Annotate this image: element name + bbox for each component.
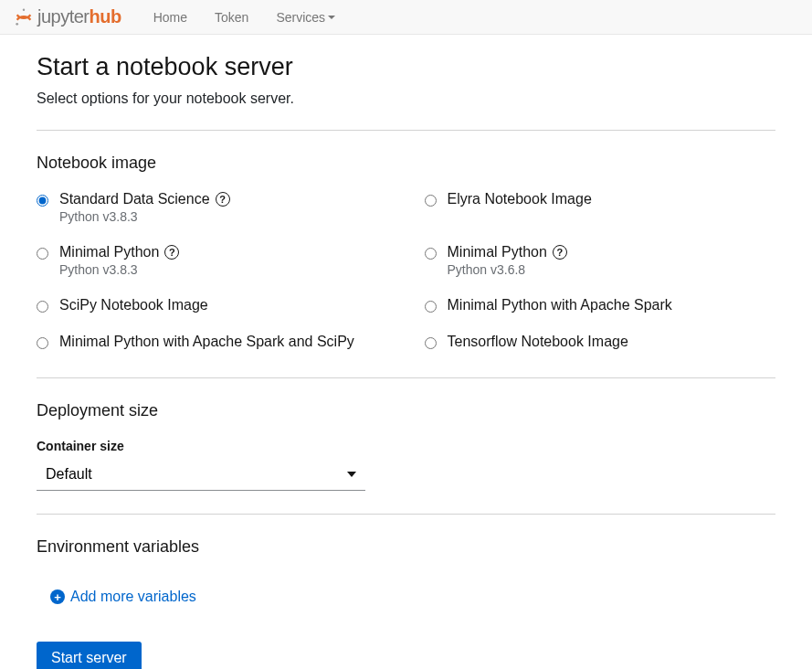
nav-home[interactable]: Home bbox=[140, 10, 201, 25]
start-server-button[interactable]: Start server bbox=[37, 642, 142, 669]
nav-token[interactable]: Token bbox=[201, 10, 262, 25]
brand-hub: hub bbox=[90, 6, 121, 27]
image-option-radio[interactable] bbox=[37, 195, 48, 207]
image-options-grid: Standard Data Science?Python v3.8.3Elyra… bbox=[37, 191, 775, 350]
caret-down-icon bbox=[328, 16, 335, 19]
page-title: Start a notebook server bbox=[37, 53, 775, 81]
image-option-radio[interactable] bbox=[425, 301, 437, 313]
image-option: SciPy Notebook Image bbox=[37, 297, 388, 313]
caret-down-icon bbox=[347, 472, 356, 477]
page-subtitle: Select options for your notebook server. bbox=[37, 90, 775, 107]
divider bbox=[37, 377, 775, 378]
image-option: Minimal Python with Apache Spark bbox=[425, 297, 776, 313]
image-option: Minimal Python?Python v3.6.8 bbox=[425, 244, 776, 277]
image-option-label[interactable]: Elyra Notebook Image bbox=[448, 191, 592, 207]
help-icon[interactable]: ? bbox=[553, 245, 567, 260]
image-option-radio[interactable] bbox=[37, 301, 48, 313]
nav-services[interactable]: Services bbox=[262, 10, 349, 25]
brand-logo[interactable]: jupyterhub bbox=[14, 6, 121, 27]
navbar: jupyterhub Home Token Services bbox=[0, 0, 812, 35]
image-option: Standard Data Science?Python v3.8.3 bbox=[37, 191, 388, 224]
image-option-subtitle: Python v3.6.8 bbox=[448, 262, 567, 277]
brand-jupyter: jupyter bbox=[37, 6, 90, 27]
add-more-variables-label: Add more variables bbox=[70, 589, 196, 605]
image-option-radio[interactable] bbox=[425, 195, 437, 207]
image-option-subtitle: Python v3.8.3 bbox=[59, 209, 230, 224]
image-option: Tensorflow Notebook Image bbox=[425, 334, 776, 350]
container-size-value: Default bbox=[46, 466, 92, 483]
container-size-select[interactable]: Default bbox=[37, 458, 365, 491]
section-deployment-size: Deployment size bbox=[37, 401, 775, 420]
divider bbox=[37, 514, 775, 515]
svg-point-1 bbox=[16, 22, 18, 25]
image-option-radio[interactable] bbox=[425, 337, 437, 349]
image-option-radio[interactable] bbox=[425, 248, 437, 260]
image-option-radio[interactable] bbox=[37, 337, 48, 349]
section-env-vars: Environment variables bbox=[37, 537, 775, 557]
image-option-label[interactable]: Minimal Python with Apache Spark and Sci… bbox=[59, 334, 354, 350]
image-option-label[interactable]: SciPy Notebook Image bbox=[59, 297, 208, 313]
image-option: Minimal Python?Python v3.8.3 bbox=[37, 244, 388, 277]
image-option-label[interactable]: Tensorflow Notebook Image bbox=[448, 334, 628, 350]
main-content: Start a notebook server Select options f… bbox=[0, 35, 812, 669]
svg-point-0 bbox=[23, 8, 25, 10]
image-option-label[interactable]: Minimal Python with Apache Spark bbox=[448, 297, 672, 313]
jupyter-icon bbox=[14, 7, 34, 27]
container-size-label: Container size bbox=[37, 439, 775, 453]
image-option-label[interactable]: Minimal Python? bbox=[59, 244, 179, 260]
section-notebook-image: Notebook image bbox=[37, 154, 775, 173]
add-more-variables-link[interactable]: + Add more variables bbox=[50, 589, 196, 605]
image-option-radio[interactable] bbox=[37, 248, 48, 260]
divider bbox=[37, 130, 775, 131]
image-option-label[interactable]: Standard Data Science? bbox=[59, 191, 230, 207]
image-option-subtitle: Python v3.8.3 bbox=[59, 262, 179, 277]
image-option: Minimal Python with Apache Spark and Sci… bbox=[37, 334, 388, 350]
image-option: Elyra Notebook Image bbox=[425, 191, 776, 224]
help-icon[interactable]: ? bbox=[164, 245, 179, 260]
plus-circle-icon: + bbox=[50, 589, 65, 604]
nav-services-label: Services bbox=[276, 10, 325, 25]
image-option-label[interactable]: Minimal Python? bbox=[448, 244, 567, 260]
help-icon[interactable]: ? bbox=[216, 192, 230, 207]
